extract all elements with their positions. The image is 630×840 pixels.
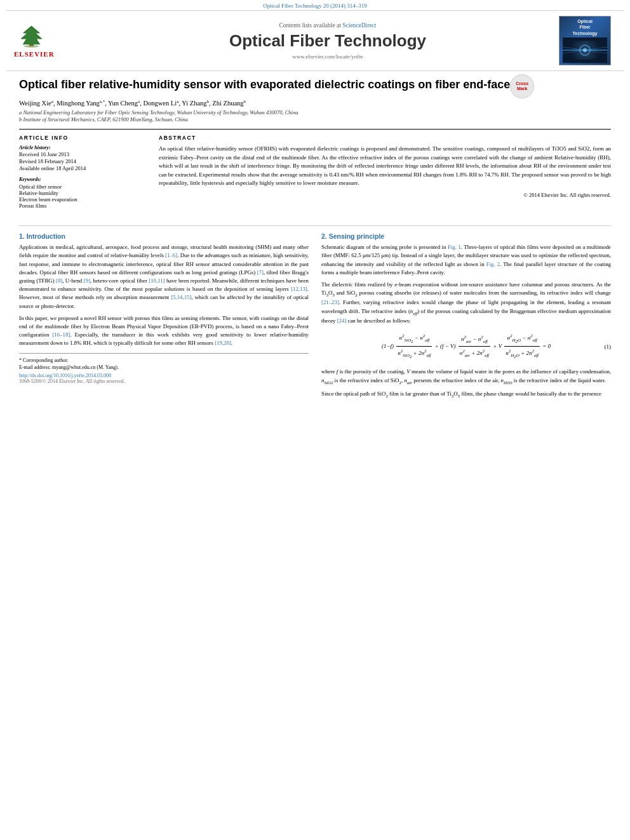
corresponding-author-note: * Corresponding author. xyxy=(19,357,309,364)
svg-rect-4 xyxy=(563,37,607,63)
introduction-heading: 1. Introduction xyxy=(19,232,309,240)
article-info-panel: ARTICLE INFO Article history: Received 1… xyxy=(19,135,146,214)
abstract-panel: ABSTRACT An optical fiber relative-humid… xyxy=(159,135,611,214)
ref-5-14-15[interactable]: [5,14,15] xyxy=(171,294,191,300)
email-note: E-mail address: myang@whut.edu.cn (M. Ya… xyxy=(19,364,309,371)
ref-8[interactable]: [8] xyxy=(56,277,62,284)
footnote-area: * Corresponding author. E-mail address: … xyxy=(19,353,309,384)
copyright-notice: © 2014 Elsevier Inc. All rights reserved… xyxy=(159,192,611,198)
ref-12-13[interactable]: [12,13] xyxy=(291,286,307,292)
journal-title-area: Contents lists available at ScienceDirec… xyxy=(97,22,559,60)
journal-header: ELSEVIER Contents lists available at Sci… xyxy=(6,10,624,71)
ref-7[interactable]: [7] xyxy=(257,269,264,276)
ref-21-23[interactable]: [21–23] xyxy=(321,299,339,305)
contents-list-label: Contents lists available at ScienceDirec… xyxy=(97,22,559,29)
svg-line-7 xyxy=(563,47,607,53)
sensing-paragraph-2: The dielectric films realized by e-beam … xyxy=(321,281,611,325)
elsevier-brand-text: ELSEVIER xyxy=(14,50,55,58)
ref-19-20[interactable]: [19,20] xyxy=(215,340,231,346)
affiliation-2: b Institute of Structural Mechanics, CAE… xyxy=(19,116,611,124)
citation-text: Optical Fiber Technology 20 (2014) 314–3… xyxy=(263,3,366,9)
keyword-2: Relative-humidity xyxy=(19,190,146,196)
authors-line: Weijing Xiea, Minghong Yanga,*, Yun Chen… xyxy=(19,98,611,107)
revised-date: Revised 18 February 2014 xyxy=(19,158,146,164)
abstract-heading: ABSTRACT xyxy=(159,135,611,141)
affiliations: a National Engineering Laboratory for Fi… xyxy=(19,109,611,124)
info-abstract-section: ARTICLE INFO Article history: Received 1… xyxy=(19,129,611,214)
available-date: Available online 18 April 2014 xyxy=(19,165,146,171)
abstract-body: An optical fiber relative-humidity senso… xyxy=(159,145,611,188)
keyword-4: Porous films xyxy=(19,203,146,209)
svg-line-6 xyxy=(563,47,607,53)
affiliation-1: a National Engineering Laboratory for Fi… xyxy=(19,109,611,117)
intro-paragraph-2: In this paper, we proposed a novel RH se… xyxy=(19,314,309,348)
history-label: Article history: xyxy=(19,145,146,150)
keywords-section: Keywords: Optical fiber sensor Relative-… xyxy=(19,177,146,209)
introduction-section: 1. Introduction Applications in medical,… xyxy=(19,232,309,403)
keywords-label: Keywords: xyxy=(19,177,146,182)
sensing-paragraph-1: Schematic diagram of the sensing probe i… xyxy=(321,243,611,277)
svg-point-1 xyxy=(23,45,39,48)
ref-9[interactable]: [9] xyxy=(84,277,90,284)
cover-image-graphic xyxy=(563,37,607,63)
fig2-link[interactable]: Fig. 2 xyxy=(486,261,500,267)
formula-number: (1) xyxy=(605,343,612,350)
journal-cover-area: OpticalFiberTechnology xyxy=(559,16,616,65)
received-date: Received 16 June 2013 xyxy=(19,151,146,157)
sensing-paragraph-3: where f is the porosity of the coating, … xyxy=(321,368,611,385)
formula-1-block: (1−f) n2SiO2 − n2eff n2SiO2 + 2n2eff + (… xyxy=(321,331,611,361)
section-divider xyxy=(19,225,611,226)
author-weijing: Weijing Xiea, xyxy=(19,100,57,107)
ref-24[interactable]: [24] xyxy=(337,317,347,324)
ref-16-18[interactable]: [16–18] xyxy=(52,331,70,338)
svg-point-8 xyxy=(580,45,590,55)
author-dongwen: Dongwen Lia, xyxy=(143,100,182,107)
article-info-heading: ARTICLE INFO xyxy=(19,135,146,141)
intro-paragraph-1: Applications in medical, agricultural, a… xyxy=(19,243,309,310)
journal-citation: Optical Fiber Technology 20 (2014) 314–3… xyxy=(0,0,630,10)
sensing-section: 2. Sensing principle Schematic diagram o… xyxy=(321,232,611,403)
author-minghong: Minghong Yanga,*, xyxy=(57,100,108,107)
journal-title: Optical Fiber Technology xyxy=(97,31,559,51)
article-title: Optical fiber relative-humidity sensor w… xyxy=(19,77,510,92)
crossmark-badge[interactable]: CrossMark xyxy=(510,74,534,98)
sensing-heading: 2. Sensing principle xyxy=(321,232,611,240)
ref-1-6[interactable]: [1–6] xyxy=(165,252,177,258)
doi-link[interactable]: http://dx.doi.org/10.1016/j.yofte.2014.0… xyxy=(19,373,309,378)
elsevier-tree-icon xyxy=(14,23,49,48)
keyword-3: Electron beam evaporation xyxy=(19,196,146,203)
journal-url: www.elsevier.com/locate/yofte xyxy=(97,53,559,60)
fiber-graphic-icon xyxy=(563,37,607,63)
issn-copyright: 1068-5200/© 2014 Elsevier Inc. All right… xyxy=(19,378,309,384)
journal-cover-image: OpticalFiberTechnology xyxy=(559,16,611,65)
science-direct-link[interactable]: ScienceDirect xyxy=(342,22,376,29)
fig1-link[interactable]: Fig. 1 xyxy=(448,244,461,250)
keyword-1: Optical fiber sensor xyxy=(19,183,146,190)
svg-point-9 xyxy=(583,48,587,52)
article-history: Article history: Received 16 June 2013 R… xyxy=(19,145,146,171)
body-content: 1. Introduction Applications in medical,… xyxy=(0,232,630,403)
article-header: Optical fiber relative-humidity sensor w… xyxy=(0,71,630,219)
ref-10-11[interactable]: [10,11] xyxy=(149,277,164,284)
cover-title-text: OpticalFiberTechnology xyxy=(573,18,598,36)
elsevier-logo-area: ELSEVIER xyxy=(14,23,97,58)
author-yun: Yun Chenga, xyxy=(108,100,143,107)
author-zhi: Zhi Zhuangb xyxy=(212,100,246,107)
sensing-paragraph-4: Since the optical path of SiO2 film is f… xyxy=(321,390,611,399)
formula-expression: (1−f) n2SiO2 − n2eff n2SiO2 + 2n2eff + (… xyxy=(336,331,596,361)
author-yi: Yi Zhangb, xyxy=(182,100,212,107)
